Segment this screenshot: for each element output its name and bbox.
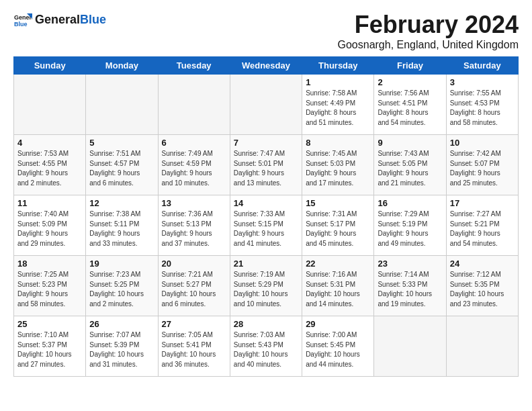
day-info: Sunrise: 7:14 AM Sunset: 5:33 PM Dayligh… xyxy=(378,270,442,309)
day-number: 28 xyxy=(234,319,298,329)
day-info: Sunrise: 7:53 AM Sunset: 4:55 PM Dayligh… xyxy=(17,149,82,188)
day-number: 19 xyxy=(89,259,154,269)
day-number: 15 xyxy=(306,198,370,208)
calendar-cell xyxy=(14,75,86,135)
calendar-cell: 1Sunrise: 7:58 AM Sunset: 4:49 PM Daylig… xyxy=(302,75,374,135)
calendar-week-row: 1Sunrise: 7:58 AM Sunset: 4:49 PM Daylig… xyxy=(14,75,519,135)
calendar-cell xyxy=(374,316,446,377)
calendar-cell: 14Sunrise: 7:33 AM Sunset: 5:15 PM Dayli… xyxy=(230,195,302,256)
day-number: 16 xyxy=(378,198,442,208)
day-info: Sunrise: 7:38 AM Sunset: 5:11 PM Dayligh… xyxy=(89,210,154,248)
calendar-cell: 19Sunrise: 7:23 AM Sunset: 5:25 PM Dayli… xyxy=(86,256,158,316)
logo: General Blue GeneralBlue xyxy=(13,11,106,30)
day-info: Sunrise: 7:40 AM Sunset: 5:09 PM Dayligh… xyxy=(17,210,82,248)
day-info: Sunrise: 7:23 AM Sunset: 5:25 PM Dayligh… xyxy=(89,270,154,309)
day-number: 12 xyxy=(89,198,154,208)
logo-blue: Blue xyxy=(80,13,106,26)
calendar-week-row: 4Sunrise: 7:53 AM Sunset: 4:55 PM Daylig… xyxy=(14,135,519,195)
calendar-cell: 20Sunrise: 7:21 AM Sunset: 5:27 PM Dayli… xyxy=(158,256,230,316)
calendar-cell: 11Sunrise: 7:40 AM Sunset: 5:09 PM Dayli… xyxy=(14,195,86,256)
header-saturday: Saturday xyxy=(446,57,518,75)
header-sunday: Sunday xyxy=(14,57,86,75)
day-info: Sunrise: 7:56 AM Sunset: 4:51 PM Dayligh… xyxy=(378,89,442,128)
calendar-cell: 3Sunrise: 7:55 AM Sunset: 4:53 PM Daylig… xyxy=(446,75,518,135)
calendar-cell: 10Sunrise: 7:42 AM Sunset: 5:07 PM Dayli… xyxy=(446,135,518,195)
day-info: Sunrise: 7:55 AM Sunset: 4:53 PM Dayligh… xyxy=(450,89,515,128)
calendar-cell xyxy=(446,316,518,377)
calendar-cell: 17Sunrise: 7:27 AM Sunset: 5:21 PM Dayli… xyxy=(446,195,518,256)
day-number: 9 xyxy=(378,138,442,148)
day-number: 25 xyxy=(17,319,82,329)
calendar-cell: 24Sunrise: 7:12 AM Sunset: 5:35 PM Dayli… xyxy=(446,256,518,316)
svg-text:Blue: Blue xyxy=(14,21,28,28)
header-monday: Monday xyxy=(86,57,158,75)
day-info: Sunrise: 7:25 AM Sunset: 5:23 PM Dayligh… xyxy=(17,270,82,309)
day-info: Sunrise: 7:12 AM Sunset: 5:35 PM Dayligh… xyxy=(450,270,515,309)
day-info: Sunrise: 7:03 AM Sunset: 5:43 PM Dayligh… xyxy=(234,330,298,369)
calendar-cell: 27Sunrise: 7:05 AM Sunset: 5:41 PM Dayli… xyxy=(158,316,230,377)
day-number: 8 xyxy=(306,138,370,148)
calendar-cell: 15Sunrise: 7:31 AM Sunset: 5:17 PM Dayli… xyxy=(302,195,374,256)
day-number: 26 xyxy=(89,319,154,329)
calendar-cell: 4Sunrise: 7:53 AM Sunset: 4:55 PM Daylig… xyxy=(14,135,86,195)
day-info: Sunrise: 7:00 AM Sunset: 5:45 PM Dayligh… xyxy=(306,330,370,369)
calendar-cell: 26Sunrise: 7:07 AM Sunset: 5:39 PM Dayli… xyxy=(86,316,158,377)
calendar-cell: 7Sunrise: 7:47 AM Sunset: 5:01 PM Daylig… xyxy=(230,135,302,195)
day-number: 24 xyxy=(450,259,515,269)
calendar-cell: 29Sunrise: 7:00 AM Sunset: 5:45 PM Dayli… xyxy=(302,316,374,377)
day-number: 3 xyxy=(450,77,515,87)
calendar-cell xyxy=(230,75,302,135)
calendar-cell: 6Sunrise: 7:49 AM Sunset: 4:59 PM Daylig… xyxy=(158,135,230,195)
calendar-cell: 8Sunrise: 7:45 AM Sunset: 5:03 PM Daylig… xyxy=(302,135,374,195)
day-info: Sunrise: 7:47 AM Sunset: 5:01 PM Dayligh… xyxy=(234,149,298,188)
day-info: Sunrise: 7:58 AM Sunset: 4:49 PM Dayligh… xyxy=(306,89,370,128)
day-info: Sunrise: 7:10 AM Sunset: 5:37 PM Dayligh… xyxy=(17,330,82,369)
header-tuesday: Tuesday xyxy=(158,57,230,75)
day-number: 4 xyxy=(17,138,82,148)
day-number: 5 xyxy=(89,138,154,148)
day-number: 29 xyxy=(306,319,370,329)
calendar-cell: 21Sunrise: 7:19 AM Sunset: 5:29 PM Dayli… xyxy=(230,256,302,316)
day-info: Sunrise: 7:43 AM Sunset: 5:05 PM Dayligh… xyxy=(378,149,442,188)
calendar-table: SundayMondayTuesdayWednesdayThursdayFrid… xyxy=(13,56,519,377)
day-info: Sunrise: 7:45 AM Sunset: 5:03 PM Dayligh… xyxy=(306,149,370,188)
day-info: Sunrise: 7:31 AM Sunset: 5:17 PM Dayligh… xyxy=(306,210,370,248)
logo-general: General xyxy=(35,13,80,26)
day-number: 17 xyxy=(450,198,515,208)
day-number: 18 xyxy=(17,259,82,269)
calendar-cell: 18Sunrise: 7:25 AM Sunset: 5:23 PM Dayli… xyxy=(14,256,86,316)
day-info: Sunrise: 7:07 AM Sunset: 5:39 PM Dayligh… xyxy=(89,330,154,369)
calendar-cell: 23Sunrise: 7:14 AM Sunset: 5:33 PM Dayli… xyxy=(374,256,446,316)
day-number: 1 xyxy=(306,77,370,87)
day-info: Sunrise: 7:51 AM Sunset: 4:57 PM Dayligh… xyxy=(89,149,154,188)
location-title: Goosnargh, England, United Kingdom xyxy=(337,39,519,51)
calendar-cell: 25Sunrise: 7:10 AM Sunset: 5:37 PM Dayli… xyxy=(14,316,86,377)
day-number: 21 xyxy=(234,259,298,269)
calendar-week-row: 18Sunrise: 7:25 AM Sunset: 5:23 PM Dayli… xyxy=(14,256,519,316)
header-friday: Friday xyxy=(374,57,446,75)
calendar-cell: 5Sunrise: 7:51 AM Sunset: 4:57 PM Daylig… xyxy=(86,135,158,195)
day-number: 13 xyxy=(162,198,226,208)
day-number: 14 xyxy=(234,198,298,208)
calendar-cell xyxy=(86,75,158,135)
calendar-cell: 22Sunrise: 7:16 AM Sunset: 5:31 PM Dayli… xyxy=(302,256,374,316)
day-number: 6 xyxy=(162,138,226,148)
day-number: 27 xyxy=(162,319,226,329)
calendar-week-row: 11Sunrise: 7:40 AM Sunset: 5:09 PM Dayli… xyxy=(14,195,519,256)
day-info: Sunrise: 7:42 AM Sunset: 5:07 PM Dayligh… xyxy=(450,149,515,188)
day-number: 22 xyxy=(306,259,370,269)
day-number: 7 xyxy=(234,138,298,148)
calendar-cell: 12Sunrise: 7:38 AM Sunset: 5:11 PM Dayli… xyxy=(86,195,158,256)
day-number: 23 xyxy=(378,259,442,269)
day-info: Sunrise: 7:33 AM Sunset: 5:15 PM Dayligh… xyxy=(234,210,298,248)
calendar-cell: 2Sunrise: 7:56 AM Sunset: 4:51 PM Daylig… xyxy=(374,75,446,135)
day-number: 11 xyxy=(17,198,82,208)
calendar-cell: 28Sunrise: 7:03 AM Sunset: 5:43 PM Dayli… xyxy=(230,316,302,377)
day-info: Sunrise: 7:36 AM Sunset: 5:13 PM Dayligh… xyxy=(162,210,226,248)
calendar-cell xyxy=(158,75,230,135)
day-info: Sunrise: 7:05 AM Sunset: 5:41 PM Dayligh… xyxy=(162,330,226,369)
day-number: 20 xyxy=(162,259,226,269)
day-info: Sunrise: 7:27 AM Sunset: 5:21 PM Dayligh… xyxy=(450,210,515,248)
calendar-cell: 9Sunrise: 7:43 AM Sunset: 5:05 PM Daylig… xyxy=(374,135,446,195)
calendar-week-row: 25Sunrise: 7:10 AM Sunset: 5:37 PM Dayli… xyxy=(14,316,519,377)
